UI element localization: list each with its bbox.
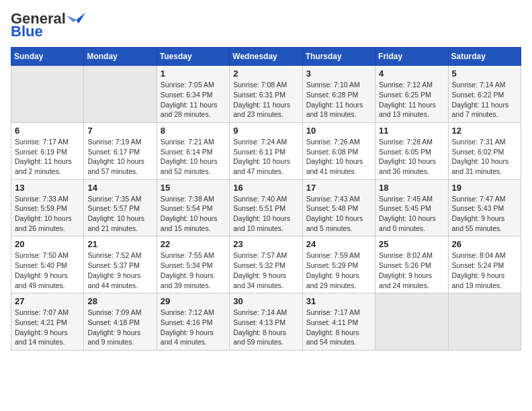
calendar-cell: 27Sunrise: 7:07 AMSunset: 4:21 PMDayligh… [11,293,84,351]
day-number: 24 [306,239,371,249]
calendar-week-3: 13Sunrise: 7:33 AMSunset: 5:59 PMDayligh… [11,179,521,236]
day-detail: Sunrise: 7:35 AMSunset: 5:57 PMDaylight:… [87,194,152,234]
day-number: 3 [306,68,371,79]
day-detail: Sunrise: 7:52 AMSunset: 5:37 PMDaylight:… [87,250,152,290]
calendar-cell: 13Sunrise: 7:33 AMSunset: 5:59 PMDayligh… [11,179,84,236]
day-number: 31 [306,296,371,306]
calendar-cell: 10Sunrise: 7:26 AMSunset: 6:08 PMDayligh… [302,122,375,179]
calendar-cell [448,293,521,351]
day-detail: Sunrise: 8:02 AMSunset: 5:26 PMDaylight:… [379,250,444,290]
calendar-cell: 12Sunrise: 7:31 AMSunset: 6:02 PMDayligh… [448,122,521,179]
day-detail: Sunrise: 7:38 AMSunset: 5:54 PMDaylight:… [161,194,226,234]
weekday-header-saturday: Saturday [448,48,521,66]
calendar-cell: 7Sunrise: 7:19 AMSunset: 6:17 PMDaylight… [84,122,157,179]
calendar-table: SundayMondayTuesdayWednesdayThursdayFrid… [11,47,521,351]
calendar-cell: 29Sunrise: 7:12 AMSunset: 4:16 PMDayligh… [157,293,229,351]
day-number: 27 [15,296,80,306]
day-detail: Sunrise: 7:57 AMSunset: 5:32 PMDaylight:… [233,250,298,290]
day-detail: Sunrise: 7:14 AMSunset: 6:22 PMDaylight:… [452,80,517,120]
day-detail: Sunrise: 7:12 AMSunset: 6:25 PMDaylight:… [379,80,444,120]
calendar-cell: 24Sunrise: 7:59 AMSunset: 5:29 PMDayligh… [302,236,375,293]
weekday-header-sunday: Sunday [11,48,84,66]
calendar-cell: 3Sunrise: 7:10 AMSunset: 6:28 PMDaylight… [302,66,375,123]
day-detail: Sunrise: 7:05 AMSunset: 6:34 PMDaylight:… [161,80,226,120]
calendar-cell: 8Sunrise: 7:21 AMSunset: 6:14 PMDaylight… [157,122,229,179]
day-detail: Sunrise: 7:43 AMSunset: 5:48 PMDaylight:… [306,194,371,234]
calendar-cell [84,66,157,123]
day-number: 17 [306,183,371,193]
day-detail: Sunrise: 7:17 AMSunset: 6:19 PMDaylight:… [15,137,80,177]
day-number: 10 [306,126,371,136]
day-detail: Sunrise: 7:19 AMSunset: 6:17 PMDaylight:… [87,137,152,177]
day-number: 2 [233,68,298,79]
day-detail: Sunrise: 7:40 AMSunset: 5:51 PMDaylight:… [233,194,298,234]
calendar-cell: 25Sunrise: 8:02 AMSunset: 5:26 PMDayligh… [375,236,448,293]
day-detail: Sunrise: 7:55 AMSunset: 5:34 PMDaylight:… [161,250,226,290]
weekday-header-friday: Friday [375,48,448,66]
day-number: 23 [233,239,298,249]
day-number: 7 [87,126,152,136]
calendar-cell [375,293,448,351]
day-number: 26 [452,239,517,249]
weekday-header-thursday: Thursday [302,48,375,66]
page-header: General Blue [11,11,521,39]
calendar-week-1: 1Sunrise: 7:05 AMSunset: 6:34 PMDaylight… [11,66,521,123]
day-detail: Sunrise: 7:09 AMSunset: 4:18 PMDaylight:… [87,308,152,347]
calendar-cell: 11Sunrise: 7:28 AMSunset: 6:05 PMDayligh… [375,122,448,179]
day-number: 30 [233,296,298,306]
calendar-cell: 4Sunrise: 7:12 AMSunset: 6:25 PMDaylight… [375,66,448,123]
calendar-cell: 1Sunrise: 7:05 AMSunset: 6:34 PMDaylight… [157,66,229,123]
day-number: 29 [161,296,226,306]
day-detail: Sunrise: 7:10 AMSunset: 6:28 PMDaylight:… [306,80,371,120]
calendar-cell: 17Sunrise: 7:43 AMSunset: 5:48 PMDayligh… [302,179,375,236]
day-number: 12 [452,126,517,136]
calendar-cell: 22Sunrise: 7:55 AMSunset: 5:34 PMDayligh… [157,236,229,293]
day-number: 16 [233,183,298,193]
day-detail: Sunrise: 7:17 AMSunset: 4:11 PMDaylight:… [306,308,371,347]
calendar-week-5: 27Sunrise: 7:07 AMSunset: 4:21 PMDayligh… [11,293,521,351]
day-detail: Sunrise: 7:31 AMSunset: 6:02 PMDaylight:… [452,137,517,177]
day-detail: Sunrise: 7:33 AMSunset: 5:59 PMDaylight:… [15,194,80,234]
day-number: 13 [15,183,80,193]
day-number: 5 [452,68,517,79]
calendar-cell: 21Sunrise: 7:52 AMSunset: 5:37 PMDayligh… [84,236,157,293]
calendar-cell: 14Sunrise: 7:35 AMSunset: 5:57 PMDayligh… [84,179,157,236]
day-detail: Sunrise: 8:04 AMSunset: 5:24 PMDaylight:… [452,250,517,290]
logo-bird-icon [66,10,85,25]
day-number: 18 [379,183,444,193]
calendar-cell: 26Sunrise: 8:04 AMSunset: 5:24 PMDayligh… [448,236,521,293]
day-detail: Sunrise: 7:24 AMSunset: 6:11 PMDaylight:… [233,137,298,177]
calendar-cell: 5Sunrise: 7:14 AMSunset: 6:22 PMDaylight… [448,66,521,123]
day-number: 8 [161,126,226,136]
calendar-cell: 2Sunrise: 7:08 AMSunset: 6:31 PMDaylight… [230,66,302,123]
day-number: 6 [15,126,80,136]
day-number: 20 [15,239,80,249]
day-number: 11 [379,126,444,136]
day-number: 4 [379,68,444,79]
calendar-cell: 31Sunrise: 7:17 AMSunset: 4:11 PMDayligh… [302,293,375,351]
calendar-header-row: SundayMondayTuesdayWednesdayThursdayFrid… [11,48,521,66]
day-detail: Sunrise: 7:21 AMSunset: 6:14 PMDaylight:… [161,137,226,177]
calendar-cell: 19Sunrise: 7:47 AMSunset: 5:43 PMDayligh… [448,179,521,236]
day-number: 1 [161,68,226,79]
weekday-header-tuesday: Tuesday [157,48,229,66]
day-detail: Sunrise: 7:45 AMSunset: 5:45 PMDaylight:… [379,194,444,234]
calendar-week-4: 20Sunrise: 7:50 AMSunset: 5:40 PMDayligh… [11,236,521,293]
day-detail: Sunrise: 7:12 AMSunset: 4:16 PMDaylight:… [161,308,226,347]
day-number: 15 [161,183,226,193]
day-detail: Sunrise: 7:08 AMSunset: 6:31 PMDaylight:… [233,80,298,120]
day-detail: Sunrise: 7:07 AMSunset: 4:21 PMDaylight:… [15,308,80,347]
calendar-cell: 15Sunrise: 7:38 AMSunset: 5:54 PMDayligh… [157,179,229,236]
day-number: 9 [233,126,298,136]
calendar-cell [11,66,84,123]
day-detail: Sunrise: 7:47 AMSunset: 5:43 PMDaylight:… [452,194,517,234]
weekday-header-monday: Monday [84,48,157,66]
weekday-header-wednesday: Wednesday [230,48,302,66]
calendar-cell: 18Sunrise: 7:45 AMSunset: 5:45 PMDayligh… [375,179,448,236]
calendar-cell: 9Sunrise: 7:24 AMSunset: 6:11 PMDaylight… [230,122,302,179]
day-number: 22 [161,239,226,249]
calendar-cell: 16Sunrise: 7:40 AMSunset: 5:51 PMDayligh… [230,179,302,236]
day-detail: Sunrise: 7:14 AMSunset: 4:13 PMDaylight:… [233,308,298,347]
day-detail: Sunrise: 7:50 AMSunset: 5:40 PMDaylight:… [15,250,80,290]
day-detail: Sunrise: 7:26 AMSunset: 6:08 PMDaylight:… [306,137,371,177]
